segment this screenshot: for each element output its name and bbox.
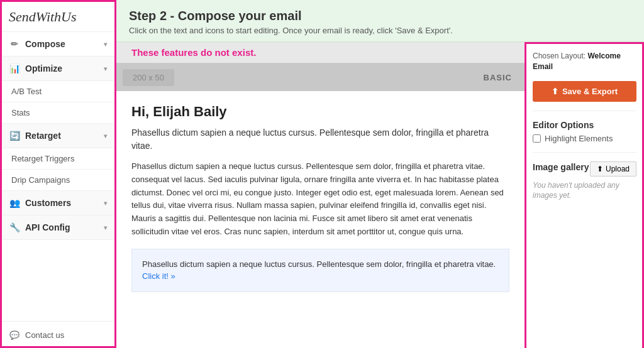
toolbar-basic-label: BASIC: [484, 73, 518, 82]
panel-divider-2: [533, 152, 636, 153]
email-cta-box[interactable]: Phasellus dictum sapien a neque luctus c…: [131, 249, 509, 292]
image-gallery-section: Image gallery ⬆ Upload You haven't uploa…: [533, 161, 636, 202]
retarget-icon: 🔄: [9, 130, 20, 141]
optimize-label: Optimize: [25, 63, 62, 73]
right-panel: Chosen Layout: Welcome Email ⬆ Save & Ex…: [525, 42, 644, 348]
email-cta-text: Phasellus dictum sapien a neque luctus c…: [142, 259, 496, 269]
layout-info: Chosen Layout: Welcome Email: [533, 51, 636, 72]
main-area: Step 2 - Compose your email Click on the…: [116, 0, 644, 348]
optimize-chevron: ▾: [104, 65, 107, 72]
email-cta-link[interactable]: Click it! »: [142, 271, 175, 281]
sidebar-item-drip-campaigns[interactable]: Drip Campaigns: [0, 170, 116, 191]
email-para1[interactable]: Phasellus dictum sapien a neque luctus c…: [131, 126, 509, 153]
compose-chevron: ▾: [104, 41, 107, 48]
customers-chevron: ▾: [104, 200, 107, 207]
upload-button[interactable]: ⬆ Upload: [590, 161, 636, 177]
sidebar-item-retarget-triggers[interactable]: Retarget Triggers: [0, 148, 116, 170]
sidebar-item-retarget[interactable]: 🔄 Retarget ▾: [0, 124, 116, 148]
editor-options-title: Editor Options: [533, 120, 636, 130]
image-gallery-title: Image gallery: [533, 162, 589, 172]
compose-icon: ✏: [9, 38, 20, 50]
sidebar-item-customers[interactable]: 👥 Customers ▾: [0, 191, 116, 215]
chosen-layout-label: Chosen Layout:: [533, 52, 586, 60]
sidebar-logo: SendWithUs: [0, 0, 116, 32]
sidebar-item-optimize[interactable]: 📊 Optimize ▾: [0, 57, 116, 81]
email-greeting[interactable]: Hi, Elijah Baily: [131, 104, 509, 120]
optimize-icon: 📊: [9, 63, 20, 74]
sidebar-item-ab-test[interactable]: A/B Test: [0, 81, 116, 102]
upload-label: Upload: [606, 165, 630, 173]
sidebar-item-contact-us[interactable]: 💬 Contact us: [0, 321, 116, 348]
editor-options-section: Editor Options Highlight Elements: [533, 120, 636, 143]
api-config-icon: 🔧: [9, 222, 20, 233]
save-export-label: Save & Export: [562, 87, 618, 96]
highlight-elements-checkbox[interactable]: [533, 134, 541, 143]
step-title: Step 2 - Compose your email: [129, 9, 631, 23]
step-header: Step 2 - Compose your email Click on the…: [116, 0, 644, 42]
upload-icon: ⬆: [597, 165, 603, 173]
sidebar-item-stats[interactable]: Stats: [0, 102, 116, 124]
api-config-chevron: ▾: [104, 224, 107, 231]
toolbar-size-placeholder[interactable]: 200 x 50: [123, 69, 174, 86]
save-export-icon: ⬆: [552, 87, 558, 96]
compose-label: Compose: [25, 39, 65, 49]
features-warning: These features do not exist.: [125, 43, 262, 62]
customers-icon: 👥: [9, 197, 20, 209]
retarget-label: Retarget: [25, 131, 61, 141]
contact-icon: 💬: [9, 329, 20, 340]
panel-divider-1: [533, 111, 636, 111]
contact-label: Contact us: [25, 330, 64, 340]
highlight-elements-label: Highlight Elements: [545, 134, 613, 143]
api-config-label: API Config: [25, 222, 70, 232]
email-body: Hi, Elijah Baily Phasellus dictum sapien…: [116, 91, 525, 305]
image-gallery-header: Image gallery ⬆ Upload: [533, 161, 636, 177]
sidebar-item-compose[interactable]: ✏ Compose ▾: [0, 32, 116, 57]
save-export-button[interactable]: ⬆ Save & Export: [533, 81, 636, 102]
no-images-text: You haven't uploaded any images yet.: [533, 180, 636, 202]
sidebar: SendWithUs ✏ Compose ▾ 📊 Optimize ▾ A/B …: [0, 0, 116, 348]
sidebar-item-api-config[interactable]: 🔧 API Config ▾: [0, 215, 116, 240]
email-canvas: These features do not exist. 200 x 50 BA…: [116, 42, 525, 348]
retarget-chevron: ▾: [104, 133, 107, 139]
email-toolbar: 200 x 50 BASIC: [116, 63, 525, 91]
step-subtitle: Click on the text and icons to start edi…: [129, 26, 631, 35]
email-editor-area: These features do not exist. 200 x 50 BA…: [116, 42, 644, 348]
customers-label: Customers: [25, 198, 71, 208]
highlight-elements-row: Highlight Elements: [533, 134, 636, 143]
email-para2[interactable]: Phasellus dictum sapien a neque luctus c…: [131, 160, 509, 239]
